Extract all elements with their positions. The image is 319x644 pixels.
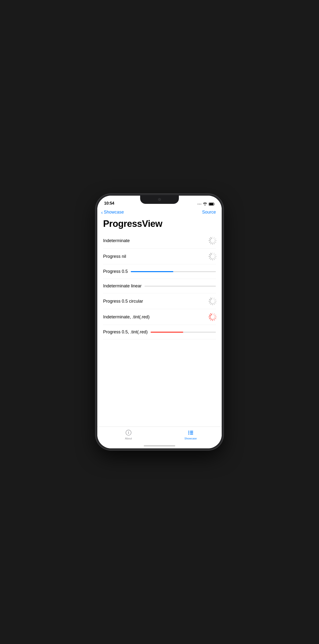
showcase-tab-icon [187,429,194,436]
row-right-progress-0.5-red [150,332,216,333]
phone-screen: 10:54 [97,196,222,448]
status-icons [198,202,215,206]
battery-icon [209,202,215,206]
content-area: IndeterminateProgress nilProgress 0.5Ind… [97,233,222,448]
rows-list: IndeterminateProgress nilProgress 0.5Ind… [97,233,222,340]
svg-point-5 [188,431,189,432]
notch [140,196,179,204]
home-indicator [144,445,175,446]
row-indeterminate: Indeterminate [103,233,216,249]
status-time: 10:54 [104,201,114,206]
row-label-progress-nil: Progress nil [103,254,126,259]
signal-icon [198,204,201,204]
row-progress-0.5: Progress 0.5 [103,264,216,279]
back-label: Showcase [104,210,124,215]
row-right-indeterminate-red [209,314,216,320]
svg-rect-6 [190,431,193,432]
row-right-progress-nil [209,253,216,260]
svg-rect-2 [209,203,214,205]
wifi-icon [203,202,207,206]
nav-bar: ‹ Showcase Source [97,208,222,218]
back-button[interactable]: ‹ Showcase [101,210,124,215]
back-chevron-icon: ‹ [101,210,103,215]
svg-text:i: i [128,431,129,434]
source-button[interactable]: Source [202,210,216,215]
row-right-indeterminate [209,237,216,244]
row-label-progress-0.5: Progress 0.5 [103,269,128,274]
svg-rect-10 [190,434,193,434]
row-progress-nil: Progress nil [103,249,216,264]
tab-about[interactable]: i About [119,429,138,440]
row-right-progress-0.5-circular [209,298,216,304]
camera [158,198,161,201]
svg-point-7 [188,432,189,433]
row-label-indeterminate: Indeterminate [103,238,130,243]
page-title: ProgressView [103,218,216,229]
phone-frame: 10:54 [96,195,222,449]
row-right-indeterminate-linear [144,286,216,287]
about-tab-icon: i [125,429,132,436]
about-tab-label: About [125,437,132,440]
row-progress-0.5-red: Progress 0.5, .tint(.red) [103,325,216,340]
svg-rect-1 [214,204,215,205]
row-label-progress-0.5-circular: Progress 0.5 circular [103,299,143,304]
tab-showcase[interactable]: Showcase [181,429,200,440]
page-title-section: ProgressView [97,218,222,233]
row-label-indeterminate-linear: Indeterminate linear [103,284,142,288]
row-indeterminate-red: Indeterminate, .tint(.red) [103,309,216,325]
row-label-progress-0.5-red: Progress 0.5, .tint(.red) [103,330,148,334]
showcase-tab-label: Showcase [184,437,197,440]
row-indeterminate-linear: Indeterminate linear [103,279,216,294]
row-progress-0.5-circular: Progress 0.5 circular [103,294,216,309]
row-label-indeterminate-red: Indeterminate, .tint(.red) [103,314,150,320]
svg-rect-8 [190,432,193,433]
screen: 10:54 [97,196,222,448]
row-right-progress-0.5 [131,271,216,272]
svg-point-9 [188,434,189,434]
